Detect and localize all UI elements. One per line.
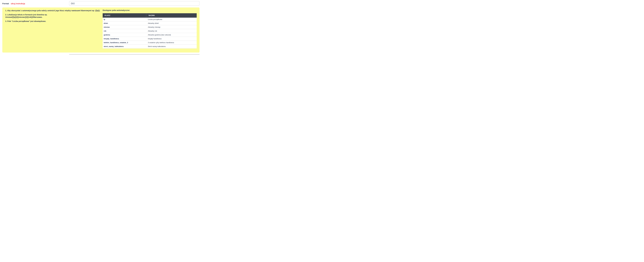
table-row: miesiac Aktualny miesiąc [103, 25, 197, 29]
field-key: inicjaly_handlowca [103, 37, 146, 41]
instruction-line-1: 1. Aby skorzystać z automatycznego pola … [5, 10, 100, 12]
auto-fields-section: Dostępne pola automatyczne: KLUCZ NAZWA … [103, 9, 197, 48]
format-input[interactable] [69, 1, 200, 6]
field-key: skrot_nazwy_kalkulatora [103, 44, 146, 48]
table-header-row: KLUCZ NAZWA [103, 13, 197, 18]
field-name: Inicjały handlowca [146, 37, 197, 41]
field-key: lp [103, 18, 146, 21]
field-name: Liczba porządkowa [146, 18, 197, 21]
instruction-line-3: 3. Pole "Liczba porządkowa" jest obowiąz… [5, 20, 100, 22]
format-section: Format ukryj instrukcję 1. Aby skorzysta… [0, 0, 202, 54]
section-divider [69, 54, 200, 54]
hide-instructions-link[interactable]: ukryj instrukcję [11, 2, 25, 5]
field-name: Skrót nazwy kalkulatora [146, 44, 197, 48]
format-label: Format [2, 2, 9, 5]
instruction-line-2a: 2. Lokalizacja tekstu w formacie jest do… [5, 14, 47, 16]
auto-fields-title: Dostępne pola automatyczne: [103, 9, 197, 12]
field-name: Aktualny rok [146, 29, 197, 33]
field-name: Aktualny miesiąc [146, 25, 197, 29]
field-key: rok [103, 29, 146, 33]
table-row: telefon_handlowca_ostatnie_3 3 ostatnie … [103, 41, 197, 44]
auto-fields-body: lp Liczba porządkowa dzien Aktualny dzie… [103, 18, 197, 48]
table-row: godzina Aktualna godzina (bez sekund) [103, 33, 197, 37]
field-key: miesiac [103, 25, 146, 29]
field-name: 3 ostatnie cyfry telefonu handlowca [146, 41, 197, 44]
table-row: inicjaly_handlowca Inicjały handlowca [103, 37, 197, 41]
instruction-line-2: 2. Lokalizacja tekstu w formacie jest do… [5, 14, 100, 18]
column-header-klucz: KLUCZ [103, 13, 146, 18]
table-row: rok Aktualny rok [103, 29, 197, 33]
field-name: Aktualna godzina (bez sekund) [146, 33, 197, 37]
table-row: dzien Aktualny dzień [103, 21, 197, 25]
column-header-nazwa: NAZWA [146, 13, 197, 18]
field-key: dzien [103, 21, 146, 25]
field-key: godzina [103, 33, 146, 37]
instructions-text: 1. Aby skorzystać z automatycznego pola … [5, 10, 100, 24]
instruction-line-2b: Umowa/{{lp}}/{{miesiac}}/{{rok}}/Warszaw… [5, 16, 43, 18]
table-row: lp Liczba porządkowa [103, 18, 197, 21]
auto-fields-table: KLUCZ NAZWA lp Liczba porządkowa dzien A… [103, 13, 197, 48]
instruction-panel: 1. Aby skorzystać z automatycznego pola … [2, 8, 200, 52]
field-key: telefon_handlowca_ostatnie_3 [103, 41, 146, 44]
table-row: skrot_nazwy_kalkulatora Skrót nazwy kalk… [103, 44, 197, 48]
field-name: Aktualny dzień [146, 21, 197, 25]
